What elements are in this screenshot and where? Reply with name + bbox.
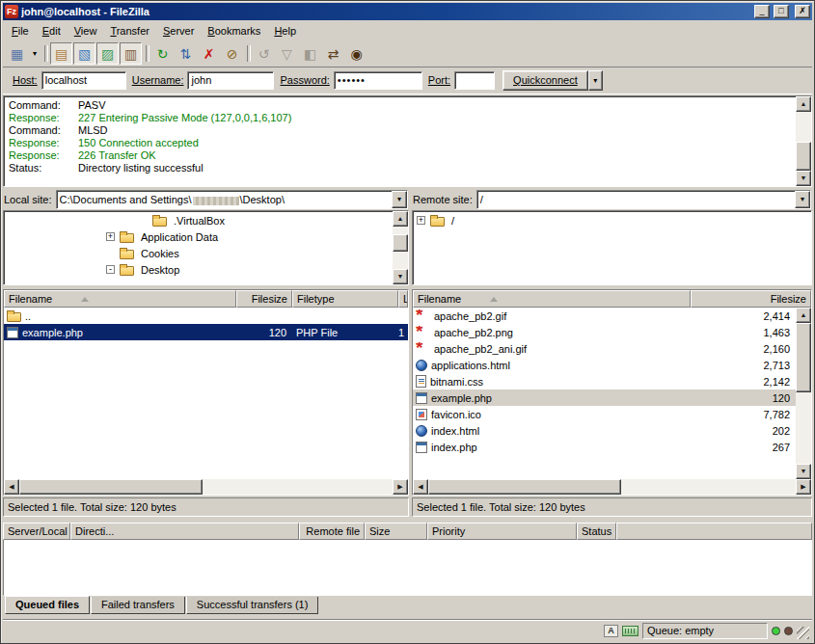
queue-tab[interactable]: Failed transfers [91, 597, 185, 614]
host-input[interactable] [41, 71, 126, 90]
port-input[interactable] [454, 71, 495, 90]
remote-site-combobox[interactable]: / ▾ [476, 190, 811, 209]
file-icon [416, 360, 427, 371]
remote-file-list: apache_pb2.gif 2,414 apache_pb2.png 1,46… [413, 308, 811, 479]
tree-item[interactable]: Cookies [4, 245, 408, 261]
remote-horizontal-scrollbar[interactable]: ◀ ▶ [413, 479, 811, 495]
tree-expander-icon[interactable]: - [106, 265, 115, 274]
menu-item[interactable]: Edit [36, 22, 68, 40]
menu-item[interactable]: Server [156, 22, 201, 40]
menu-item[interactable]: Help [267, 22, 303, 40]
menu-item[interactable]: View [68, 22, 104, 40]
find-files-icon[interactable]: ◉ [345, 42, 367, 65]
chevron-down-icon[interactable]: ▾ [392, 191, 407, 208]
scroll-left-button[interactable]: ◀ [4, 479, 19, 495]
file-row[interactable]: index.php 267 [413, 439, 796, 455]
remote-tree-toggle-icon[interactable]: ▨ [96, 42, 119, 65]
tree-item[interactable]: + Application Data [4, 228, 408, 245]
file-row[interactable]: .. [4, 308, 408, 324]
reconnect-icon[interactable]: ↺ [253, 42, 275, 65]
queue-toggle-icon[interactable]: ▥ [120, 42, 142, 65]
queue-tab[interactable]: Queued files [5, 596, 90, 614]
column-header[interactable]: Filesize [236, 290, 292, 308]
site-manager-icon[interactable]: ▦ [6, 42, 28, 65]
scroll-up-button[interactable]: ▲ [796, 96, 811, 112]
quickconnect-dropdown-button[interactable]: ▾ [588, 70, 603, 91]
menu-item[interactable]: Bookmarks [201, 22, 267, 40]
site-manager-dropdown-icon[interactable]: ▾ [29, 42, 41, 65]
cancel-icon[interactable]: ✗ [198, 42, 220, 65]
maximize-button[interactable]: □ [774, 5, 789, 18]
keyboard-icon[interactable] [622, 626, 638, 636]
minimize-button[interactable]: _ [754, 5, 770, 18]
scrollbar-thumb[interactable] [796, 142, 811, 171]
remote-list-vertical-scrollbar[interactable]: ▲ ▼ [796, 308, 811, 479]
column-header[interactable]: Filename [413, 290, 691, 308]
toolbar: ▦ ▾ ▤ ▧ ▨ ▥ [3, 40, 812, 67]
scroll-right-button[interactable]: ▶ [796, 479, 811, 495]
quickconnect-button[interactable]: Quickconnect [503, 70, 588, 91]
scroll-down-button[interactable]: ▼ [796, 464, 811, 479]
scroll-right-button[interactable]: ▶ [393, 479, 408, 495]
close-button[interactable]: ✗ [795, 5, 810, 18]
tree-expander-icon[interactable]: + [106, 232, 115, 241]
chevron-down-icon[interactable]: ▾ [795, 191, 810, 208]
file-row[interactable]: example.php 120 [413, 389, 796, 406]
file-row[interactable]: apache_pb2_ani.gif 2,160 [413, 340, 796, 357]
compare-icon[interactable]: ◧ [299, 42, 321, 65]
password-input[interactable] [334, 71, 422, 90]
column-header[interactable]: Size [365, 523, 427, 540]
column-header[interactable]: Status [577, 523, 616, 540]
local-tree-vertical-scrollbar[interactable]: ▲ ▼ [393, 211, 408, 284]
column-header[interactable]: Priority [427, 523, 577, 540]
local-file-list: .. example.php 120 PHP File 1 [4, 308, 408, 479]
tree-item[interactable]: .VirtualBox [4, 212, 408, 228]
column-header[interactable]: Filetype [292, 290, 398, 308]
scroll-down-button[interactable]: ▼ [393, 269, 408, 284]
tree-item[interactable]: + / [413, 212, 811, 228]
scroll-up-button[interactable]: ▲ [796, 308, 811, 323]
queue-tabs: Queued files Failed transfers Successful… [3, 596, 812, 617]
menu-item[interactable]: File [5, 22, 36, 40]
file-row[interactable]: example.php 120 PHP File 1 [4, 324, 408, 340]
scrollbar-thumb[interactable] [393, 234, 408, 252]
scrollbar-thumb[interactable] [428, 479, 621, 495]
file-icon [416, 425, 427, 437]
file-row[interactable]: apache_pb2.png 1,463 [413, 324, 796, 340]
local-tree-toggle-icon[interactable]: ▧ [73, 42, 95, 65]
local-horizontal-scrollbar[interactable]: ◀ ▶ [4, 479, 408, 495]
refresh-icon[interactable]: ↻ [151, 42, 174, 65]
scroll-left-button[interactable]: ◀ [413, 479, 428, 495]
column-header[interactable]: L [398, 290, 408, 308]
file-row[interactable]: apache_pb2.gif 2,414 [413, 308, 796, 324]
transfer-queue-list[interactable] [3, 540, 812, 596]
process-queue-icon[interactable]: ⇅ [175, 42, 197, 65]
message-log-toggle-icon[interactable]: ▤ [50, 42, 72, 65]
file-icon [416, 309, 430, 322]
file-row[interactable]: index.html 202 [413, 422, 796, 439]
disconnect-icon[interactable]: ⊘ [221, 42, 243, 65]
file-row[interactable]: applications.html 2,713 [413, 357, 796, 373]
column-header[interactable]: Filesize [691, 290, 811, 308]
filter-icon[interactable]: ▽ [276, 42, 298, 65]
tree-expander-icon[interactable]: + [417, 216, 425, 225]
scroll-up-button[interactable]: ▲ [393, 211, 408, 227]
column-header[interactable]: Filename [4, 290, 236, 308]
column-header[interactable]: Directi... [70, 523, 299, 540]
resize-grip[interactable] [797, 627, 809, 639]
queue-tab[interactable]: Successful transfers (1) [186, 597, 319, 614]
username-input[interactable] [187, 71, 274, 90]
column-header[interactable]: Remote file [299, 523, 365, 540]
log-vertical-scrollbar[interactable]: ▲ ▼ [796, 96, 811, 186]
menu-item[interactable]: Transfer [103, 22, 156, 40]
tree-item[interactable]: - Desktop [4, 261, 408, 278]
transfer-type-icon[interactable]: A [604, 625, 618, 637]
scrollbar-thumb[interactable] [796, 323, 811, 392]
file-row[interactable]: bitnami.css 2,142 [413, 373, 796, 389]
file-row[interactable]: favicon.ico 7,782 [413, 406, 796, 422]
scroll-down-button[interactable]: ▼ [796, 171, 811, 186]
scrollbar-thumb[interactable] [19, 479, 203, 495]
sync-browse-icon[interactable]: ⇄ [322, 42, 344, 65]
column-header[interactable]: Server/Local file [3, 523, 70, 540]
local-site-combobox[interactable]: C:\Documents and Settings\\Desktop\ ▾ [56, 190, 408, 209]
